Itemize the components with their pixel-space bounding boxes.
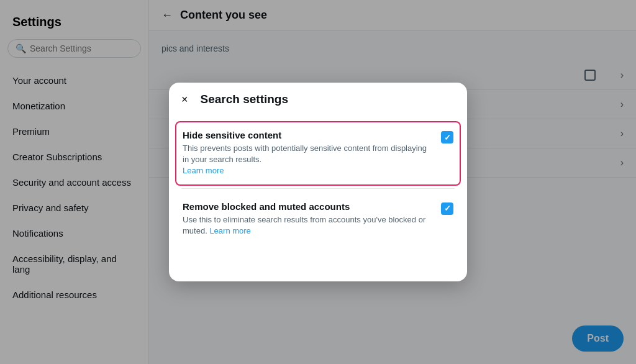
modal-overlay: × Search settings Hide sensitive content… — [0, 0, 636, 364]
remove-blocked-checkbox[interactable] — [441, 202, 453, 215]
remove-blocked-setting: Remove blocked and muted accounts Use th… — [181, 191, 455, 247]
hide-sensitive-desc: This prevents posts with potentially sen… — [183, 143, 431, 177]
remove-blocked-label: Remove blocked and muted accounts — [183, 201, 431, 212]
close-button[interactable]: × — [181, 94, 188, 105]
divider — [181, 188, 455, 189]
hide-sensitive-setting: Hide sensitive content This prevents pos… — [175, 121, 461, 186]
remove-blocked-learn-more[interactable]: Learn more — [209, 226, 250, 235]
modal-header: × Search settings — [169, 83, 467, 116]
hide-sensitive-checkbox[interactable] — [441, 131, 453, 143]
modal-body: Hide sensitive content This prevents pos… — [169, 116, 467, 262]
hide-sensitive-text: Hide sensitive content This prevents pos… — [183, 130, 431, 177]
remove-blocked-desc: Use this to eliminate search results fro… — [183, 214, 431, 237]
search-settings-modal: × Search settings Hide sensitive content… — [169, 83, 467, 281]
remove-blocked-text: Remove blocked and muted accounts Use th… — [183, 201, 431, 237]
hide-sensitive-label: Hide sensitive content — [183, 130, 431, 140]
hide-sensitive-learn-more[interactable]: Learn more — [183, 166, 224, 175]
modal-title: Search settings — [201, 93, 289, 106]
